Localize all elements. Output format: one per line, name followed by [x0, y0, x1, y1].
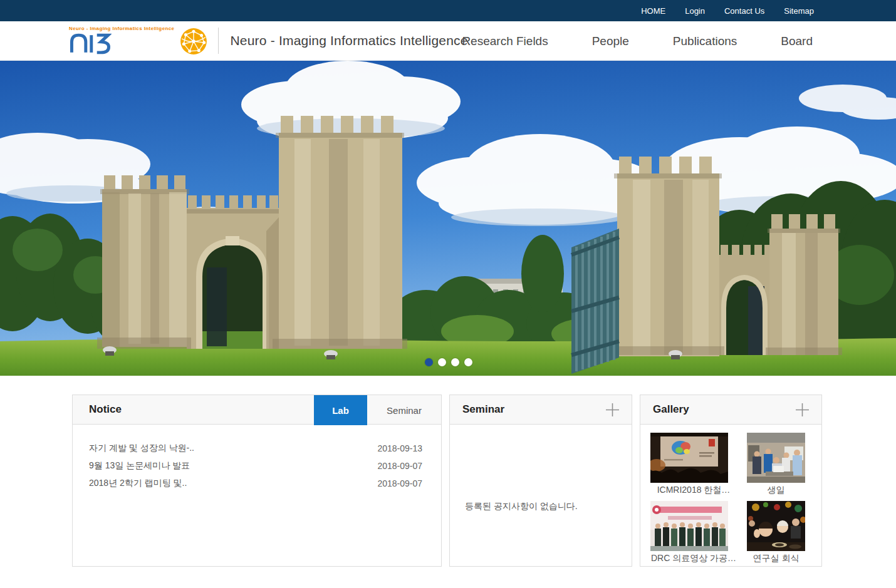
globe-icon [179, 27, 208, 56]
iron-gate [571, 229, 619, 374]
main-nav: Research Fields People Publications Boar… [462, 21, 813, 61]
gallery-panel: Gallery [640, 395, 822, 567]
gallery-item[interactable]: 연구실 회식 [737, 501, 815, 564]
tab-seminar[interactable]: Seminar [367, 395, 441, 425]
nav-board[interactable]: Board [781, 34, 813, 48]
notice-tabs: Lab Seminar [314, 395, 441, 425]
ni3-logo-mark [69, 32, 112, 56]
gallery-item[interactable]: DRC 의료영상 가공… [650, 501, 737, 564]
hero-photo-university-gate [0, 61, 896, 376]
site-header: Neuro - Imaging Informatics Intelligence [0, 21, 896, 61]
seminar-add-button[interactable] [603, 400, 622, 419]
notice-row[interactable]: 2018년 2학기 랩미팅 및.. 2018-09-07 [89, 475, 422, 492]
topbar-link-home[interactable]: HOME [641, 6, 665, 16]
notice-panel-header: Notice Lab Seminar [73, 395, 441, 425]
plus-icon [794, 401, 811, 418]
notice-row-date: 2018-09-07 [377, 461, 422, 471]
gallery-photo-birthday [747, 433, 805, 483]
gallery-photo-drc-group [650, 501, 728, 551]
gallery-item[interactable]: 생일 [737, 433, 815, 496]
header-divider [218, 28, 219, 54]
gallery-caption: 연구실 회식 [737, 553, 815, 564]
notice-row-date: 2018-09-07 [377, 478, 422, 488]
carousel-dot-4[interactable] [464, 358, 472, 366]
gallery-caption: DRC 의료영상 가공… [650, 553, 737, 564]
seminar-title: Seminar [462, 403, 504, 416]
gallery-photo-icmri2018 [650, 433, 728, 483]
gallery-caption: 생일 [737, 485, 815, 496]
gallery-add-button[interactable] [793, 400, 811, 419]
gallery-grid: ICMRI2018 한철… [640, 425, 821, 564]
notice-list: 자기 계발 및 성장의 낙원-.. 2018-09-13 9월 13일 논문세미… [73, 425, 441, 492]
nav-publications[interactable]: Publications [673, 34, 737, 48]
notice-row-title: 9월 13일 논문세미나 발표 [89, 460, 190, 472]
notice-row-title: 자기 계발 및 성장의 낙원-.. [89, 443, 194, 454]
carousel-dots [425, 358, 472, 366]
gallery-photo-lab-dinner [747, 501, 805, 551]
topbar-link-contact[interactable]: Contact Us [724, 6, 764, 16]
plus-icon [604, 401, 621, 418]
nav-people[interactable]: People [592, 34, 629, 48]
logo-tagline: Neuro - Imaging Informatics Intelligence [69, 26, 174, 31]
notice-row[interactable]: 9월 13일 논문세미나 발표 2018-09-07 [89, 457, 422, 475]
site-title: Neuro - Imaging Informatics Intelligence [230, 33, 467, 48]
carousel-dot-2[interactable] [438, 358, 446, 366]
gallery-caption: ICMRI2018 한철… [650, 485, 737, 496]
topbar-link-login[interactable]: Login [685, 6, 705, 16]
gallery-title: Gallery [653, 403, 689, 416]
content-area: Notice Lab Seminar 자기 계발 및 성장의 낙원-.. 201… [0, 395, 896, 567]
site-logo[interactable]: Neuro - Imaging Informatics Intelligence [69, 26, 208, 56]
notice-row-title: 2018년 2학기 랩미팅 및.. [89, 478, 187, 489]
notice-title: Notice [89, 403, 122, 416]
hero-banner [0, 61, 896, 376]
notice-panel: Notice Lab Seminar 자기 계발 및 성장의 낙원-.. 201… [72, 395, 442, 567]
gallery-item[interactable]: ICMRI2018 한철… [650, 433, 737, 496]
topbar-link-sitemap[interactable]: Sitemap [784, 6, 814, 16]
nav-research-fields[interactable]: Research Fields [462, 34, 548, 48]
seminar-panel: Seminar 등록된 공지사항이 없습니다. [449, 395, 632, 567]
topbar: HOME Login Contact Us Sitemap [0, 0, 896, 21]
carousel-dot-1[interactable] [425, 358, 433, 366]
tab-lab[interactable]: Lab [314, 395, 367, 425]
notice-row[interactable]: 자기 계발 및 성장의 낙원-.. 2018-09-13 [89, 440, 422, 457]
notice-row-date: 2018-09-13 [377, 443, 422, 453]
seminar-empty-message: 등록된 공지사항이 없습니다. [465, 501, 632, 512]
gallery-panel-header: Gallery [640, 395, 821, 425]
seminar-panel-header: Seminar [450, 395, 632, 425]
carousel-dot-3[interactable] [451, 358, 459, 366]
